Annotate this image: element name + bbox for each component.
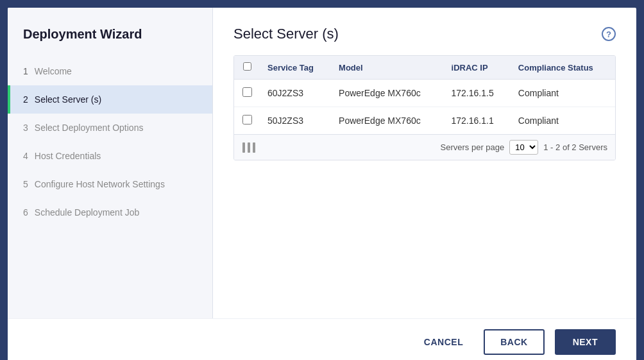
row-2-checkbox[interactable]: [242, 115, 252, 124]
dialog-footer: CANCEL BACK NEXT: [8, 318, 636, 360]
step-4-num: 4: [23, 151, 28, 161]
sidebar-title: Deployment Wizard: [8, 21, 212, 57]
table-footer: Servers per page 10 25 50 1 - 2 of 2 Ser…: [234, 134, 615, 160]
server-table: Service Tag Model iDRAC IP Compliance St…: [234, 56, 615, 134]
sidebar: Deployment Wizard 1 Welcome 2 Select Ser…: [8, 8, 213, 318]
row-1-idrac-ip: 172.16.1.5: [444, 80, 511, 107]
step-6-num: 6: [23, 207, 28, 218]
col-header-compliance: Compliance Status: [511, 56, 615, 80]
sidebar-item-label-select-server: Select Server (s): [35, 94, 101, 105]
page-title: Select Server (s): [233, 26, 339, 42]
sidebar-item-select-server[interactable]: 2 Select Server (s): [8, 85, 212, 114]
sidebar-item-label-host-network: Configure Host Network Settings: [35, 179, 165, 189]
select-all-checkbox[interactable]: [243, 62, 251, 71]
table-header-row: Service Tag Model iDRAC IP Compliance St…: [234, 56, 615, 80]
sidebar-item-deployment-options[interactable]: 3 Select Deployment Options: [8, 114, 212, 142]
row-1-checkbox[interactable]: [242, 87, 252, 97]
sidebar-item-label-host-credentials: Host Credentials: [35, 151, 101, 161]
step-2-num: 2: [23, 94, 28, 105]
col-header-checkbox: [234, 56, 260, 80]
col-header-idrac-ip: iDRAC IP: [444, 56, 511, 80]
table-row: 60J2ZS3 PowerEdge MX760c 172.16.1.5 Comp…: [234, 80, 615, 107]
row-2-idrac-ip: 172.16.1.1: [444, 107, 511, 135]
sidebar-item-host-credentials[interactable]: 4 Host Credentials: [8, 142, 212, 170]
step-3-num: 3: [23, 123, 28, 133]
row-2-compliance: Compliant: [511, 107, 615, 135]
row-2-checkbox-cell: [234, 107, 260, 135]
col-header-service-tag: Service Tag: [260, 56, 331, 80]
dialog-body: Deployment Wizard 1 Welcome 2 Select Ser…: [8, 8, 636, 318]
row-1-service-tag: 60J2ZS3: [260, 80, 331, 107]
row-1-checkbox-cell: [234, 80, 260, 107]
sidebar-item-label-welcome: Welcome: [35, 66, 72, 76]
back-button[interactable]: BACK: [484, 329, 544, 355]
main-content: Select Server (s) ? Service Tag Model: [213, 8, 636, 318]
main-header: Select Server (s) ?: [233, 26, 616, 42]
sidebar-item-host-network[interactable]: 5 Configure Host Network Settings: [8, 170, 212, 198]
pagination-info: 1 - 2 of 2 Servers: [543, 142, 607, 152]
sidebar-item-label-deployment-options: Select Deployment Options: [35, 123, 144, 133]
row-1-compliance: Compliant: [511, 80, 615, 107]
columns-toggle-icon[interactable]: [242, 142, 256, 153]
per-page-select[interactable]: 10 25 50: [509, 140, 538, 155]
next-button[interactable]: NEXT: [555, 329, 616, 355]
sidebar-item-welcome[interactable]: 1 Welcome: [8, 57, 212, 85]
table-row: 50J2ZS3 PowerEdge MX760c 172.16.1.1 Comp…: [234, 107, 615, 135]
row-1-model: PowerEdge MX760c: [331, 80, 443, 107]
per-page-label: Servers per page: [441, 142, 505, 152]
help-icon[interactable]: ?: [602, 27, 616, 41]
sidebar-item-schedule[interactable]: 6 Schedule Deployment Job: [8, 198, 212, 227]
sidebar-item-label-schedule: Schedule Deployment Job: [35, 207, 139, 218]
row-2-service-tag: 50J2ZS3: [260, 107, 331, 135]
server-table-container: Service Tag Model iDRAC IP Compliance St…: [233, 55, 616, 160]
step-5-num: 5: [23, 179, 28, 189]
deployment-wizard-dialog: Deployment Wizard 1 Welcome 2 Select Ser…: [6, 6, 638, 360]
col-header-model: Model: [331, 56, 443, 80]
cancel-button[interactable]: CANCEL: [414, 330, 473, 354]
row-2-model: PowerEdge MX760c: [331, 107, 443, 135]
step-1-num: 1: [23, 66, 28, 76]
